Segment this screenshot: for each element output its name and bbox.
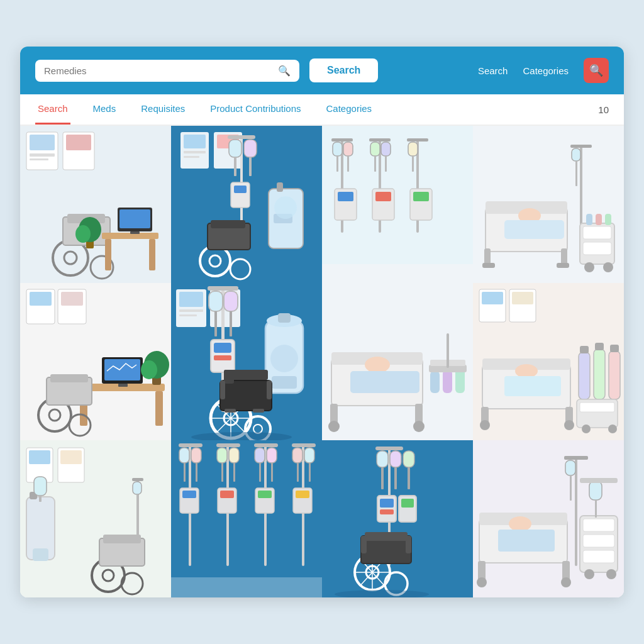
- svg-rect-154: [350, 371, 419, 393]
- search-bar[interactable]: 🔍: [35, 60, 299, 82]
- svg-rect-177: [580, 346, 589, 353]
- svg-rect-13: [105, 239, 111, 270]
- grid-cell-11[interactable]: [322, 440, 473, 597]
- svg-rect-178: [595, 343, 604, 350]
- svg-rect-229: [292, 443, 316, 447]
- svg-rect-124: [214, 355, 231, 360]
- tab-meds[interactable]: Meds: [91, 94, 119, 125]
- svg-rect-245: [408, 467, 410, 489]
- svg-point-153: [365, 357, 390, 373]
- svg-point-108: [141, 360, 157, 379]
- svg-rect-63: [338, 192, 353, 201]
- svg-rect-119: [214, 311, 217, 336]
- svg-rect-282: [589, 481, 602, 500]
- svg-rect-3: [30, 153, 55, 157]
- product-image-grid: [20, 126, 624, 597]
- svg-rect-208: [191, 448, 201, 463]
- svg-rect-213: [216, 443, 240, 447]
- header-search-button[interactable]: Search: [309, 58, 378, 82]
- svg-rect-127: [278, 313, 291, 323]
- svg-rect-31: [234, 157, 236, 176]
- svg-rect-54: [370, 142, 380, 156]
- app-container: 🔍 Search Search Categories 🔍 Search Meds…: [20, 47, 624, 597]
- svg-rect-14: [149, 239, 155, 270]
- svg-rect-142: [267, 380, 272, 399]
- grid-cell-12[interactable]: [473, 440, 624, 597]
- svg-rect-191: [33, 548, 48, 561]
- svg-point-152: [413, 421, 425, 432]
- svg-rect-248: [380, 509, 394, 514]
- svg-rect-97: [155, 391, 163, 426]
- grid-cell-5[interactable]: [20, 283, 171, 440]
- header-nav-search[interactable]: Search: [478, 65, 508, 76]
- svg-rect-33: [249, 157, 252, 176]
- svg-rect-217: [233, 463, 235, 482]
- grid-cell-7[interactable]: [322, 283, 473, 440]
- svg-rect-244: [403, 451, 414, 467]
- svg-point-151: [328, 421, 340, 432]
- svg-rect-274: [565, 460, 575, 475]
- svg-rect-181: [580, 402, 614, 412]
- svg-rect-99: [104, 359, 140, 380]
- tab-product-contributions[interactable]: Product Contributions: [208, 94, 303, 125]
- svg-rect-239: [375, 447, 403, 450]
- tab-categories[interactable]: Categories: [324, 94, 375, 125]
- svg-rect-260: [361, 536, 367, 553]
- svg-rect-121: [230, 311, 232, 336]
- tab-search[interactable]: Search: [35, 94, 70, 125]
- svg-rect-4: [30, 158, 48, 160]
- svg-point-20: [75, 225, 91, 243]
- svg-rect-156: [443, 370, 452, 393]
- search-bar-icon: 🔍: [278, 65, 291, 77]
- svg-rect-174: [579, 352, 590, 399]
- svg-rect-60: [408, 142, 418, 156]
- svg-rect-283: [595, 500, 597, 518]
- svg-rect-47: [331, 138, 353, 142]
- svg-rect-87: [586, 214, 592, 225]
- svg-rect-29: [228, 135, 255, 139]
- svg-rect-186: [29, 450, 50, 464]
- svg-rect-206: [179, 448, 189, 463]
- grid-cell-center[interactable]: [171, 283, 322, 440]
- header-nav-categories[interactable]: Categories: [523, 65, 569, 76]
- svg-rect-77: [504, 220, 564, 239]
- svg-rect-144: [253, 409, 264, 413]
- svg-point-128: [270, 345, 298, 372]
- svg-point-270: [509, 516, 531, 531]
- svg-rect-141: [220, 380, 225, 399]
- svg-rect-231: [297, 463, 299, 482]
- grid-cell-10[interactable]: [171, 440, 322, 597]
- header: 🔍 Search Search Categories 🔍: [20, 47, 624, 94]
- grid-cell-4[interactable]: [473, 126, 624, 283]
- search-input[interactable]: [44, 65, 273, 76]
- header-nav: Search Categories 🔍: [478, 58, 609, 83]
- svg-rect-25: [184, 156, 199, 158]
- svg-rect-278: [583, 535, 614, 547]
- svg-rect-227: [258, 491, 272, 498]
- header-search-icon: 🔍: [589, 64, 603, 77]
- svg-rect-6: [66, 135, 91, 150]
- svg-rect-163: [482, 292, 503, 304]
- grid-cell-1[interactable]: [20, 126, 171, 283]
- grid-cell-3[interactable]: [322, 126, 473, 283]
- svg-rect-202: [136, 494, 138, 513]
- header-icon-button[interactable]: 🔍: [584, 58, 609, 83]
- svg-rect-240: [377, 451, 388, 467]
- svg-rect-243: [394, 467, 397, 489]
- svg-rect-259: [365, 532, 408, 541]
- svg-rect-68: [322, 264, 473, 283]
- svg-rect-111: [179, 292, 203, 307]
- svg-rect-51: [347, 156, 349, 172]
- svg-rect-216: [229, 448, 239, 463]
- svg-rect-49: [336, 156, 338, 172]
- svg-rect-80: [572, 148, 580, 161]
- svg-rect-277: [583, 519, 614, 531]
- grid-cell-8[interactable]: [473, 283, 624, 440]
- svg-rect-207: [184, 463, 186, 482]
- tab-requisites[interactable]: Requisites: [138, 94, 187, 125]
- svg-rect-16: [119, 209, 150, 228]
- svg-rect-271: [498, 530, 555, 552]
- svg-rect-123: [214, 343, 231, 353]
- grid-cell-9[interactable]: [20, 440, 171, 597]
- grid-cell-2[interactable]: [171, 126, 322, 283]
